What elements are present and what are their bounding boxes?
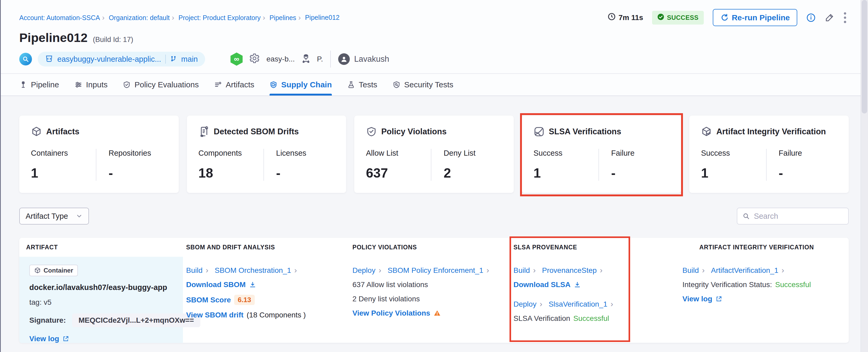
clock-icon: [608, 12, 616, 23]
stat-deny-list: Deny List 2: [431, 149, 499, 181]
gitops-hexagon-icon: ∞: [230, 53, 243, 66]
table-header-row: ARTIFACT SBOM AND DRIFT ANALYSIS POLICY …: [19, 238, 849, 257]
card-sbom-drifts: Detected SBOM Drifts Components 18 Licen…: [187, 116, 346, 193]
rerun-pipeline-button[interactable]: Re-run Pipeline: [713, 9, 797, 26]
supply-chain-page: Account: Automation-SSCA Organization: d…: [0, 0, 868, 352]
card-title: Policy Violations: [381, 127, 447, 136]
shield-check-icon: [123, 81, 131, 89]
col-header-artifact: ARTIFACT: [19, 244, 183, 251]
slsa-status-label: SLSA Verification: [514, 314, 570, 323]
branch-icon: [170, 55, 177, 63]
allow-list-violations: 637 Allow list violations: [352, 281, 505, 289]
breadcrumb-account[interactable]: Account: Automation-SSCA: [19, 13, 107, 22]
repository-icon: [45, 55, 53, 64]
integrity-cell: Build ArtifactVerification_1 Integrity V…: [679, 257, 849, 343]
integrity-status-value: Successful: [775, 281, 811, 289]
refresh-icon: [720, 13, 728, 23]
rerun-label: Re-run Pipeline: [732, 13, 790, 22]
breadcrumb-organization[interactable]: Organization: default: [109, 13, 176, 22]
policy-cell: Deploy SBOM Policy Enforcement_1 637 All…: [349, 257, 510, 343]
tab-policy-evaluations[interactable]: Policy Evaluations: [123, 74, 198, 96]
scrollbar-thumb[interactable]: [862, 0, 867, 114]
card-artifacts: Artifacts Containers 1 Repositories -: [19, 116, 179, 193]
list-plus-icon: [214, 81, 222, 89]
branch-name-link[interactable]: main: [181, 55, 198, 64]
tab-inputs[interactable]: Inputs: [74, 74, 108, 96]
service-name[interactable]: easy-b...: [267, 55, 294, 63]
download-slsa-link[interactable]: Download SLSA: [514, 281, 581, 289]
col-header-integrity: ARTIFACT INTEGRITY VERIFICATION: [679, 244, 849, 251]
tab-artifacts[interactable]: Artifacts: [214, 74, 254, 96]
artifacts-table: ARTIFACT SBOM AND DRIFT ANALYSIS POLICY …: [19, 238, 849, 343]
build-id: (Build Id: 17): [93, 36, 133, 44]
sbom-step-link[interactable]: SBOM Orchestration_1: [215, 266, 291, 275]
edit-pencil-icon[interactable]: [825, 13, 834, 23]
external-link-icon: [62, 335, 69, 342]
external-link-icon: [715, 295, 722, 302]
filter-row: Artifact Type: [19, 208, 849, 225]
integrity-step-link[interactable]: ArtifactVerification_1: [711, 266, 778, 275]
container-type-badge: Container: [29, 265, 78, 276]
tab-tests[interactable]: Tests: [347, 74, 377, 96]
info-icon[interactable]: [806, 13, 816, 23]
slsa-step1-link[interactable]: ProvenanceStep: [542, 266, 597, 275]
drift-components-note: (18 Components ): [247, 311, 306, 319]
download-icon: [574, 281, 581, 288]
chevron-down-icon: [76, 213, 83, 220]
artifact-type-select[interactable]: Artifact Type: [19, 208, 89, 225]
policy-step-link[interactable]: SBOM Policy Enforcement_1: [388, 266, 484, 275]
pipeline-icon: [19, 81, 27, 89]
slsa-step2-link[interactable]: SlsaVerification_1: [549, 300, 608, 308]
slsa-stage2-link[interactable]: Deploy: [514, 300, 536, 308]
artifact-cell: Container docker.io/lavakush07/easy-bugg…: [19, 257, 183, 343]
vertical-scrollbar[interactable]: [861, 0, 868, 352]
slsa-stage1-link[interactable]: Build: [514, 266, 530, 275]
col-header-policy: POLICY VIOLATIONS: [349, 244, 510, 251]
policy-stage-link[interactable]: Deploy: [352, 266, 375, 275]
repo-name-link[interactable]: easybuggy-vulnerable-applic...: [57, 55, 161, 64]
breadcrumb-project[interactable]: Project: Product Exploratory: [179, 13, 268, 22]
search-input[interactable]: [754, 212, 843, 221]
user-avatar-icon: [338, 53, 350, 65]
view-sbom-drift-link[interactable]: View SBOM drift: [186, 311, 243, 319]
meta-divider: [330, 51, 331, 68]
integrity-stage-link[interactable]: Build: [682, 266, 699, 275]
stat-integrity-failure: Failure -: [766, 149, 834, 181]
slsa-icon: [533, 126, 545, 137]
supply-chain-content: Artifacts Containers 1 Repositories -: [0, 96, 868, 343]
card-title: SLSA Verifications: [549, 127, 621, 136]
sbom-cell: Build SBOM Orchestration_1 Download SBOM…: [183, 257, 349, 343]
artifact-name: docker.io/lavakush07/easy-buggy-app: [29, 283, 175, 292]
stat-containers: Containers 1: [31, 149, 96, 181]
table-row: Container docker.io/lavakush07/easy-bugg…: [19, 257, 849, 343]
security-shield-icon: [393, 81, 401, 89]
deny-list-violations: 2 Deny list violations: [352, 295, 505, 303]
sbom-stage-link[interactable]: Build: [186, 266, 203, 275]
download-sbom-link[interactable]: Download SBOM: [186, 281, 256, 289]
sbom-score-link[interactable]: SBOM Score: [186, 296, 231, 304]
col-header-sbom: SBOM AND DRIFT ANALYSIS: [183, 244, 349, 251]
breadcrumb-current-pipeline[interactable]: Pipeline012: [305, 14, 340, 21]
cube-icon: [31, 126, 42, 137]
tab-supply-chain[interactable]: Supply Chain: [270, 74, 332, 96]
execution-meta-group: ∞ easy-b... P.: [230, 53, 323, 66]
environment-name[interactable]: P.: [317, 55, 323, 63]
card-title: Artifacts: [46, 127, 80, 136]
integrity-view-log-link[interactable]: View log: [682, 295, 722, 303]
tab-pipeline[interactable]: Pipeline: [19, 74, 59, 96]
check-circle-icon: [657, 13, 664, 22]
view-policy-violations-link[interactable]: View Policy Violations: [352, 309, 441, 317]
breadcrumb-pipelines[interactable]: Pipelines: [270, 13, 303, 22]
top-bar: Account: Automation-SSCA Organization: d…: [0, 0, 868, 74]
card-title: Artifact Integrity Verification: [716, 127, 826, 136]
artifact-view-log-link[interactable]: View log: [29, 334, 69, 343]
tab-security-tests[interactable]: Security Tests: [393, 74, 453, 96]
sbom-score-badge: 6.13: [234, 295, 255, 305]
window-left-edge: [0, 0, 1, 352]
download-icon: [249, 281, 256, 288]
card-title: Detected SBOM Drifts: [214, 127, 299, 136]
flask-icon: [347, 81, 355, 89]
kebab-menu-icon[interactable]: [843, 12, 847, 24]
ci-module-icon: [19, 53, 32, 65]
artifact-tag: tag: v5: [29, 298, 175, 307]
